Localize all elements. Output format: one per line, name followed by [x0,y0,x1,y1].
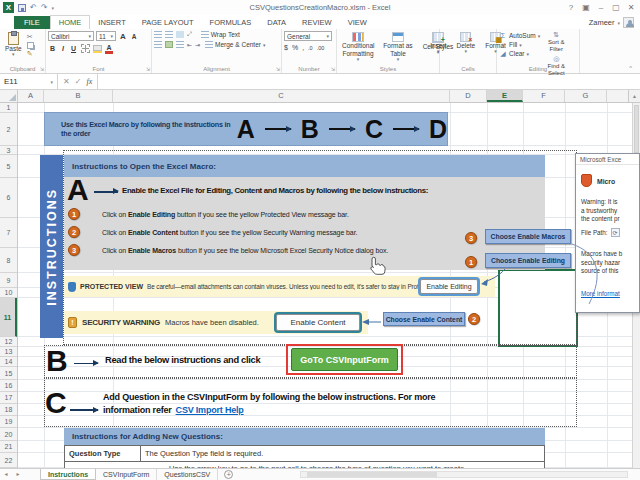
align-top-icon[interactable] [154,31,162,38]
ribbon-tab-file[interactable]: FILE [14,16,50,29]
decrease-decimal-button[interactable]: .00 [317,45,325,51]
undo-icon[interactable]: ↶ [30,3,37,12]
cancel-icon[interactable]: ✕ [63,77,70,86]
enable-content-button[interactable]: Enable Content [276,314,360,331]
row-header-5[interactable]: 5 [0,155,17,178]
grow-font-button[interactable]: A [118,32,128,41]
align-right-icon[interactable] [176,41,184,48]
editing-button-clear[interactable]: ◢Clear▾ [499,49,540,58]
format-painter-icon[interactable]: ✎ [27,50,34,58]
collapse-ribbon-icon[interactable]: ^ [629,65,632,71]
row-header-2[interactable]: 2 [0,113,17,146]
number-format-select[interactable]: General▾ [284,31,332,41]
merge-center-button[interactable]: Merge & Center▾ [205,41,265,48]
account-area[interactable]: Zameer ▾ [589,17,634,28]
borders-icon[interactable] [81,44,90,53]
goto-csvinputform-button[interactable]: GoTo CSVInputForm [291,348,398,371]
font-dialog-launcher-icon[interactable]: ⇲ [146,66,150,72]
font-size-select[interactable]: 11▾ [96,31,116,41]
row-header-1[interactable]: 1 [0,103,17,113]
row-header-3[interactable]: 3 [0,146,17,155]
align-middle-icon[interactable] [165,31,173,38]
column-header-G[interactable]: G [565,90,607,102]
maximize-icon[interactable]: ▢ [610,3,622,12]
font-color-icon[interactable]: A [105,44,113,54]
column-header-F[interactable]: F [523,90,565,102]
horizontal-scroll-thumb[interactable] [307,472,437,477]
shrink-font-button[interactable]: A [130,33,139,40]
name-box[interactable]: E11 ▾ [0,74,58,89]
row-header-16[interactable]: 16 [0,380,17,392]
row-header-8[interactable]: 8 [0,248,17,273]
ribbon-tab-home[interactable]: HOME [50,15,91,29]
align-center-icon[interactable] [165,41,173,48]
choose-enable-editing-button[interactable]: Choose Enable Editing [485,253,571,268]
copy-icon[interactable] [27,42,34,49]
row-header-17[interactable]: 17 [0,392,17,404]
cut-icon[interactable]: ✂ [27,33,34,41]
enter-icon[interactable]: ✓ [75,77,82,86]
comma-button[interactable]: , [302,44,304,51]
sheet-nav-left-icon[interactable]: ◂ [0,469,12,480]
increase-indent-icon[interactable]: ⇥ [195,41,200,48]
column-header-C[interactable]: C [113,90,450,102]
row-header-22[interactable]: 22 [0,453,17,468]
row-header-7[interactable]: 7 [0,218,17,248]
sheet-tab-questionscsv[interactable]: QuestionsCSV [157,469,218,480]
decrease-indent-icon[interactable]: ⇤ [187,41,192,48]
save-icon[interactable] [18,4,26,12]
scroll-up-icon[interactable]: ▲ [628,90,640,102]
cells-button-delete[interactable]: ×Delete▾ [453,31,478,56]
ribbon-tab-review[interactable]: REVIEW [294,16,340,29]
select-all-corner[interactable] [0,90,18,102]
alignment-dialog-launcher-icon[interactable]: ⇲ [276,66,280,72]
help-icon[interactable]: ? [565,3,577,12]
column-header-A[interactable]: A [18,90,44,102]
align-left-icon[interactable] [154,41,162,48]
row-header-20[interactable]: 20 [0,428,17,441]
sheet-nav-right-icon[interactable]: ▸ [12,469,24,480]
qat-more-icon[interactable]: ▾ [51,5,54,11]
ribbon-tab-view[interactable]: VIEW [340,16,375,29]
row-header-18[interactable]: 18 [0,404,17,416]
row-header-14[interactable]: 14 [0,357,17,367]
fill-color-icon[interactable] [93,45,102,54]
align-bottom-icon[interactable] [176,31,184,38]
column-header-B[interactable]: B [44,90,113,102]
column-header-E[interactable]: E [487,90,523,102]
column-header-D[interactable]: D [450,90,487,102]
row-header-13[interactable]: 13 [0,347,17,357]
row-header-15[interactable]: 15 [0,367,17,380]
italic-button[interactable]: I [60,45,66,52]
editing-button-autosum[interactable]: ΣAutoSum▾ [499,31,540,40]
csv-import-help-link[interactable]: CSV Import Help [176,405,244,415]
row-header-6[interactable]: 6 [0,178,17,218]
paste-button[interactable]: Paste ▾ [2,31,25,64]
row-header-19[interactable]: 19 [0,416,17,428]
redo-icon[interactable]: ↷ [41,3,48,12]
insert-function-icon[interactable]: fx [86,77,92,86]
font-name-select[interactable]: Calibri▾ [48,31,94,41]
ribbon-tab-insert[interactable]: INSERT [90,16,133,29]
orientation-icon[interactable]: ⤢ [187,31,192,38]
number-dialog-launcher-icon[interactable]: ⇲ [331,66,335,72]
cells-button-insert[interactable]: +Insert▾ [427,31,449,56]
close-icon[interactable]: ✕ [625,3,637,12]
clipboard-dialog-launcher-icon[interactable]: ⇲ [40,66,44,72]
ribbon-tab-data[interactable]: DATA [259,16,294,29]
ribbon-tab-page-layout[interactable]: PAGE LAYOUT [134,16,202,29]
minimize-icon[interactable]: – [595,3,607,12]
editing-button-sort-filter[interactable]: ⇅Sort & Filter [544,31,568,53]
bold-button[interactable]: B [48,45,57,52]
ribbon-display-icon[interactable]: ▣ [580,3,592,12]
row-header-11[interactable]: 11 [0,298,17,337]
underline-button[interactable]: U [69,45,78,52]
enable-editing-button[interactable]: Enable Editing [420,279,478,294]
editing-button-fill[interactable]: ↓Fill▾ [499,40,540,49]
styles-button-conditional-formatting[interactable]: Conditional Formatting▾ [339,31,377,64]
increase-decimal-button[interactable]: .0 [308,45,313,51]
sheet-tab-csvinputform[interactable]: CSVInputForm [96,469,157,480]
wrap-text-button[interactable]: Wrap Text [201,31,240,38]
choose-enable-macros-button[interactable]: Choose Enable Macros [485,229,571,244]
row-header-10[interactable]: 10 [0,288,17,298]
